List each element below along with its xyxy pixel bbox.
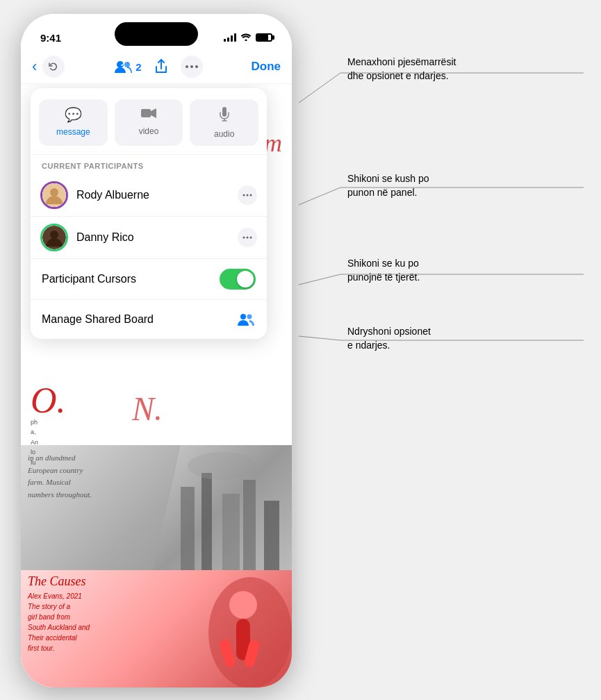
video-icon bbox=[141, 106, 156, 122]
battery-icon bbox=[256, 33, 272, 42]
audio-label: audio bbox=[214, 129, 234, 139]
avatar-emoji-1 bbox=[42, 183, 66, 207]
svg-point-28 bbox=[243, 237, 245, 239]
nav-bar: ‹ ✓ 2 bbox=[21, 51, 292, 84]
nav-left: ‹ bbox=[32, 56, 65, 78]
svg-line-46 bbox=[299, 336, 340, 340]
status-time: 9:41 bbox=[40, 32, 61, 44]
share-icon bbox=[154, 59, 169, 74]
annotation-4: Ndryshoni opsionete ndarjes. bbox=[347, 325, 584, 352]
video-button[interactable]: video bbox=[115, 99, 183, 146]
svg-text:✓: ✓ bbox=[120, 61, 126, 68]
svg-point-22 bbox=[50, 188, 58, 197]
nav-center: ✓ 2 bbox=[113, 56, 202, 78]
participants-icon: ✓ bbox=[113, 59, 133, 74]
svg-line-44 bbox=[299, 274, 340, 285]
svg-rect-18 bbox=[141, 109, 151, 117]
section-header: CURRENT PARTICIPANTS bbox=[31, 155, 267, 174]
participant-name-2: Danny Rico bbox=[76, 231, 229, 244]
manage-shared-board-icon bbox=[236, 310, 256, 329]
message-label: message bbox=[56, 127, 90, 137]
annotation-2: Shikoni se kush popunon në panel. bbox=[347, 172, 584, 199]
svg-point-23 bbox=[243, 194, 245, 197]
svg-point-30 bbox=[250, 237, 252, 239]
participant-more-button-1[interactable] bbox=[238, 185, 257, 205]
participant-name-1: Rody Albuerne bbox=[76, 189, 229, 201]
toggle-knob bbox=[237, 271, 254, 288]
undo-button[interactable] bbox=[42, 56, 65, 78]
video-label: video bbox=[139, 126, 159, 136]
done-button[interactable]: Done bbox=[251, 60, 281, 74]
participant-row-1: Rody Albuerne bbox=[31, 174, 267, 217]
comm-row: 💬 message video bbox=[31, 88, 267, 155]
participant-more-icon-2 bbox=[242, 236, 252, 239]
svg-point-27 bbox=[50, 231, 58, 239]
status-icons bbox=[224, 33, 272, 43]
svg-point-24 bbox=[247, 194, 249, 197]
status-bar: 9:41 bbox=[21, 14, 292, 51]
annotation-1: Menaxhoni pjesëmarrësitdhe opsionet e nd… bbox=[347, 56, 584, 83]
svg-point-25 bbox=[250, 194, 252, 197]
svg-point-5 bbox=[190, 65, 193, 68]
message-icon: 💬 bbox=[65, 106, 82, 123]
people-icon bbox=[237, 312, 255, 327]
manage-shared-board-label: Manage Shared Board bbox=[42, 313, 154, 326]
avatar-emoji-2 bbox=[42, 226, 66, 249]
audio-button[interactable]: audio bbox=[190, 99, 258, 146]
popup-card: 💬 message video bbox=[31, 88, 267, 339]
participant-cursors-label: Participant Cursors bbox=[42, 273, 136, 285]
svg-point-2 bbox=[127, 62, 129, 64]
popup-overlay: 💬 message video bbox=[21, 84, 292, 688]
wifi-icon bbox=[240, 33, 252, 43]
svg-point-31 bbox=[240, 314, 246, 319]
participants-button[interactable]: ✓ 2 bbox=[113, 59, 141, 74]
dynamic-island bbox=[115, 22, 198, 46]
board-background: eam in an dlundmed European country farm… bbox=[21, 84, 292, 688]
participants-count: 2 bbox=[135, 61, 141, 73]
participant-cursors-toggle[interactable] bbox=[220, 269, 256, 290]
more-button[interactable] bbox=[181, 56, 203, 78]
back-button[interactable]: ‹ bbox=[32, 58, 37, 76]
share-button[interactable] bbox=[153, 58, 170, 75]
participant-more-icon-1 bbox=[242, 194, 252, 197]
signal-icon bbox=[224, 33, 236, 42]
svg-point-29 bbox=[247, 237, 249, 239]
participant-cursors-row: Participant Cursors bbox=[31, 259, 267, 300]
message-button[interactable]: 💬 message bbox=[39, 99, 108, 146]
svg-point-32 bbox=[247, 315, 252, 319]
svg-line-42 bbox=[299, 188, 340, 205]
manage-shared-board-row[interactable]: Manage Shared Board bbox=[31, 300, 267, 339]
participant-more-button-2[interactable] bbox=[238, 228, 257, 247]
phone-frame: 9:41 ‹ bbox=[21, 14, 292, 688]
annotation-3: Shikoni se ku popunojnë të tjerët. bbox=[347, 257, 584, 284]
audio-icon bbox=[218, 106, 231, 125]
undo-icon bbox=[48, 61, 59, 72]
svg-line-40 bbox=[299, 73, 340, 103]
participant-avatar-1 bbox=[40, 181, 68, 209]
participant-avatar-2 bbox=[40, 224, 68, 251]
svg-point-6 bbox=[195, 65, 198, 68]
svg-point-4 bbox=[186, 65, 188, 68]
more-icon bbox=[186, 65, 198, 68]
participant-row-2: Danny Rico bbox=[31, 217, 267, 259]
